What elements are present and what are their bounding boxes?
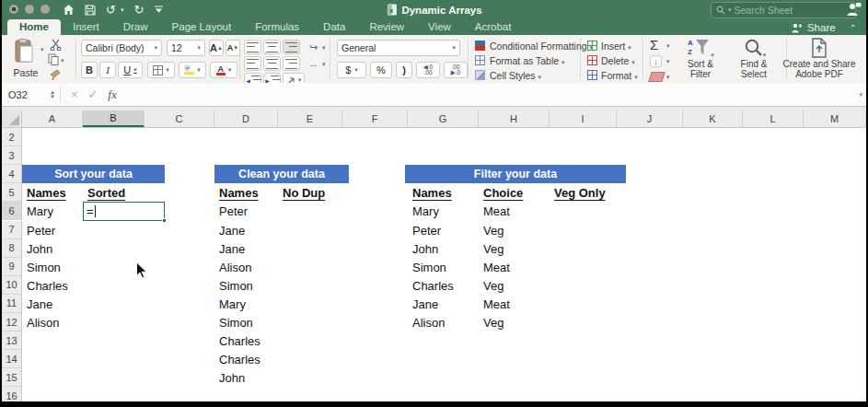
search-sheet-box[interactable]: ▾ Search Sheet	[711, 2, 856, 18]
row-header-4[interactable]: 4	[2, 165, 22, 183]
cell-A6[interactable]: Mary	[27, 204, 53, 219]
merge-dropdown-icon[interactable]: ▾	[322, 61, 326, 68]
font-name-select[interactable]: Calibri (Body)▾	[81, 40, 162, 56]
cell-styles-button[interactable]: Cell Styles ▾	[490, 70, 541, 81]
cell-I5[interactable]: Veg Only	[554, 185, 606, 201]
column-header-L[interactable]: L	[743, 110, 804, 127]
cell-G8[interactable]: John	[412, 241, 438, 257]
undo-dropdown-icon[interactable]: ▾	[121, 6, 124, 14]
cell-A9[interactable]: Simon	[27, 260, 61, 275]
column-header-D[interactable]: D	[214, 110, 278, 127]
fill-dropdown-icon[interactable]: ▾	[666, 58, 670, 65]
sort-filter-button[interactable]: Sort &Filter	[679, 59, 722, 79]
align-middle-icon[interactable]	[263, 40, 281, 54]
column-header-M[interactable]: M	[804, 110, 866, 127]
cell-D7[interactable]: Jane	[219, 223, 245, 238]
currency-format-button[interactable]: $▾	[337, 62, 366, 78]
borders-button[interactable]: ▾	[147, 62, 175, 78]
cell-A8[interactable]: John	[27, 241, 52, 257]
merge-cells-icon[interactable]: ↔	[306, 56, 321, 71]
people-icon[interactable]	[845, 2, 862, 17]
worksheet[interactable]: ABCDEFGHIJKLM 2345678910111213141516 Sor…	[2, 110, 866, 401]
zoom-window-button[interactable]	[41, 5, 50, 14]
wrap-text-icon[interactable]: ↪	[306, 40, 321, 54]
column-header-A[interactable]: A	[22, 110, 83, 127]
cell-D15[interactable]: John	[219, 370, 245, 386]
customize-toolbar-icon[interactable]	[154, 5, 164, 15]
paste-button[interactable]: Paste	[9, 67, 42, 78]
align-top-icon[interactable]	[244, 40, 261, 54]
cell-H7[interactable]: Veg	[483, 223, 503, 238]
cell-D8[interactable]: Jane	[219, 241, 245, 257]
cell-G6[interactable]: Mary	[412, 204, 439, 219]
cell-H8[interactable]: Veg	[483, 241, 503, 257]
cell-D11[interactable]: Mary	[219, 297, 246, 312]
align-bottom-icon[interactable]	[283, 40, 300, 54]
row-header-9[interactable]: 9	[2, 258, 22, 276]
tab-acrobat[interactable]: Acrobat	[463, 19, 524, 35]
column-header-E[interactable]: E	[278, 110, 342, 127]
delete-cells-button[interactable]: Delete ▾	[601, 55, 635, 66]
close-window-button[interactable]	[9, 5, 18, 14]
underline-button[interactable]: U▾	[118, 62, 143, 78]
percent-format-button[interactable]: %	[370, 62, 392, 78]
cell-H10[interactable]: Veg	[483, 278, 503, 294]
fill-color-button[interactable]: ⛨ ▾	[179, 62, 206, 78]
align-left-icon[interactable]	[244, 56, 261, 71]
cell-G5[interactable]: Names	[412, 185, 452, 201]
column-header-J[interactable]: J	[617, 110, 683, 127]
column-header-K[interactable]: K	[683, 110, 743, 127]
row-header-10[interactable]: 10	[2, 276, 22, 295]
cell-H9[interactable]: Meat	[483, 260, 510, 275]
column-header-I[interactable]: I	[550, 110, 617, 127]
tab-data[interactable]: Data	[311, 19, 357, 35]
format-painter-icon[interactable]	[50, 69, 62, 80]
cell-G12[interactable]: Alison	[412, 315, 445, 331]
confirm-formula-icon[interactable]: ✓	[85, 83, 101, 106]
align-right-icon[interactable]	[283, 56, 300, 71]
insert-function-icon[interactable]: fx	[103, 83, 122, 106]
copy-dropdown-icon[interactable]: ▾	[61, 57, 64, 64]
tab-review[interactable]: Review	[357, 19, 416, 35]
cell-G7[interactable]: Peter	[412, 223, 441, 238]
row-header-8[interactable]: 8	[2, 239, 22, 258]
column-header-B[interactable]: B	[83, 110, 145, 127]
cell-D5[interactable]: Names	[219, 185, 259, 201]
cell-H11[interactable]: Meat	[483, 297, 510, 312]
wrap-text-dropdown-icon[interactable]: ▾	[322, 44, 326, 52]
undo-icon[interactable]: ↺	[106, 4, 116, 16]
column-header-H[interactable]: H	[479, 110, 550, 127]
minimize-window-button[interactable]	[25, 5, 34, 14]
adobe-pdf-icon[interactable]	[809, 38, 829, 58]
cell-D9[interactable]: Alison	[219, 260, 251, 275]
bold-button[interactable]: B	[81, 62, 98, 78]
insert-cells-button[interactable]: Insert ▾	[601, 41, 631, 52]
save-icon[interactable]	[85, 5, 96, 16]
row-header-15[interactable]: 15	[2, 368, 22, 387]
share-control[interactable]: Share ⌃	[791, 22, 857, 33]
tab-home[interactable]: Home	[7, 19, 61, 35]
row-header-13[interactable]: 13	[2, 331, 22, 350]
tab-insert[interactable]: Insert	[61, 19, 111, 35]
comma-format-button[interactable]: )	[396, 62, 412, 78]
cell-A5[interactable]: Names	[27, 185, 66, 201]
column-header-C[interactable]: C	[145, 110, 214, 127]
formula-bar-expand-icon[interactable]: ▾	[859, 91, 862, 99]
select-all-corner[interactable]	[2, 110, 22, 127]
paste-dropdown-icon[interactable]: ▾	[41, 46, 44, 53]
cut-icon[interactable]	[50, 39, 62, 51]
format-as-table-button[interactable]: Format as Table ▾	[490, 55, 565, 66]
cell-D10[interactable]: Simon	[219, 278, 253, 294]
search-scope-caret-icon[interactable]: ▾	[728, 6, 732, 14]
tab-view[interactable]: View	[416, 19, 463, 35]
paste-icon[interactable]	[13, 39, 35, 64]
row-header-5[interactable]: 5	[2, 183, 22, 202]
autosum-dropdown-icon[interactable]: ▾	[666, 42, 670, 50]
font-size-select[interactable]: 12▾	[167, 40, 205, 56]
column-header-F[interactable]: F	[342, 110, 408, 127]
cell-A11[interactable]: Jane	[27, 297, 52, 312]
row-header-11[interactable]: 11	[2, 295, 22, 313]
cell-G10[interactable]: Charles	[412, 278, 454, 294]
italic-button[interactable]: I	[99, 62, 116, 78]
cell-D14[interactable]: Charles	[219, 352, 260, 367]
